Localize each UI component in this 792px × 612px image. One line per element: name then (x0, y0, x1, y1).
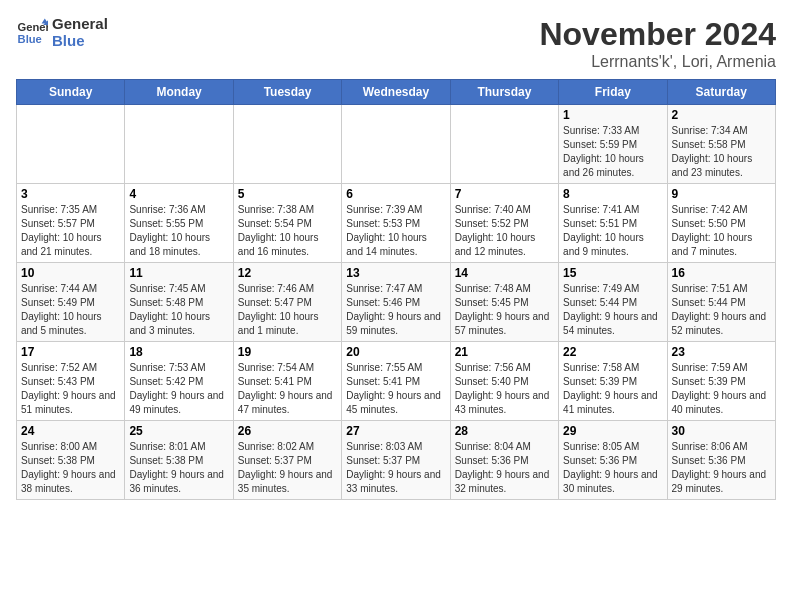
day-info: Sunrise: 7:44 AMSunset: 5:49 PMDaylight:… (21, 282, 120, 338)
day-info: Sunrise: 7:45 AMSunset: 5:48 PMDaylight:… (129, 282, 228, 338)
day-number: 19 (238, 345, 337, 359)
day-number: 12 (238, 266, 337, 280)
calendar-header: SundayMondayTuesdayWednesdayThursdayFrid… (17, 80, 776, 105)
calendar-cell (125, 105, 233, 184)
day-info: Sunrise: 7:36 AMSunset: 5:55 PMDaylight:… (129, 203, 228, 259)
day-info: Sunrise: 7:53 AMSunset: 5:42 PMDaylight:… (129, 361, 228, 417)
day-number: 13 (346, 266, 445, 280)
day-number: 4 (129, 187, 228, 201)
calendar-cell: 18Sunrise: 7:53 AMSunset: 5:42 PMDayligh… (125, 342, 233, 421)
day-number: 30 (672, 424, 771, 438)
day-number: 24 (21, 424, 120, 438)
day-number: 21 (455, 345, 554, 359)
calendar-cell: 6Sunrise: 7:39 AMSunset: 5:53 PMDaylight… (342, 184, 450, 263)
calendar-title: November 2024 (539, 16, 776, 53)
calendar-cell (233, 105, 341, 184)
day-info: Sunrise: 7:52 AMSunset: 5:43 PMDaylight:… (21, 361, 120, 417)
calendar-subtitle: Lerrnants'k', Lori, Armenia (539, 53, 776, 71)
day-info: Sunrise: 7:59 AMSunset: 5:39 PMDaylight:… (672, 361, 771, 417)
calendar-body: 1Sunrise: 7:33 AMSunset: 5:59 PMDaylight… (17, 105, 776, 500)
day-info: Sunrise: 7:46 AMSunset: 5:47 PMDaylight:… (238, 282, 337, 338)
logo: General Blue General Blue (16, 16, 108, 49)
day-number: 7 (455, 187, 554, 201)
day-number: 29 (563, 424, 662, 438)
day-info: Sunrise: 7:48 AMSunset: 5:45 PMDaylight:… (455, 282, 554, 338)
calendar-cell: 27Sunrise: 8:03 AMSunset: 5:37 PMDayligh… (342, 421, 450, 500)
header: General Blue General Blue November 2024 … (16, 16, 776, 71)
calendar-cell: 3Sunrise: 7:35 AMSunset: 5:57 PMDaylight… (17, 184, 125, 263)
calendar-cell (342, 105, 450, 184)
weekday-header-monday: Monday (125, 80, 233, 105)
weekday-header-wednesday: Wednesday (342, 80, 450, 105)
calendar-table: SundayMondayTuesdayWednesdayThursdayFrid… (16, 79, 776, 500)
calendar-cell (17, 105, 125, 184)
calendar-cell: 23Sunrise: 7:59 AMSunset: 5:39 PMDayligh… (667, 342, 775, 421)
calendar-week-1: 1Sunrise: 7:33 AMSunset: 5:59 PMDaylight… (17, 105, 776, 184)
day-number: 25 (129, 424, 228, 438)
day-info: Sunrise: 7:41 AMSunset: 5:51 PMDaylight:… (563, 203, 662, 259)
calendar-cell: 19Sunrise: 7:54 AMSunset: 5:41 PMDayligh… (233, 342, 341, 421)
calendar-cell: 20Sunrise: 7:55 AMSunset: 5:41 PMDayligh… (342, 342, 450, 421)
day-number: 11 (129, 266, 228, 280)
calendar-cell: 28Sunrise: 8:04 AMSunset: 5:36 PMDayligh… (450, 421, 558, 500)
day-info: Sunrise: 7:40 AMSunset: 5:52 PMDaylight:… (455, 203, 554, 259)
day-info: Sunrise: 7:47 AMSunset: 5:46 PMDaylight:… (346, 282, 445, 338)
day-number: 5 (238, 187, 337, 201)
weekday-header-saturday: Saturday (667, 80, 775, 105)
svg-text:Blue: Blue (18, 32, 42, 44)
calendar-cell: 11Sunrise: 7:45 AMSunset: 5:48 PMDayligh… (125, 263, 233, 342)
day-number: 18 (129, 345, 228, 359)
calendar-week-4: 17Sunrise: 7:52 AMSunset: 5:43 PMDayligh… (17, 342, 776, 421)
day-number: 2 (672, 108, 771, 122)
calendar-cell: 7Sunrise: 7:40 AMSunset: 5:52 PMDaylight… (450, 184, 558, 263)
day-info: Sunrise: 8:04 AMSunset: 5:36 PMDaylight:… (455, 440, 554, 496)
day-info: Sunrise: 8:00 AMSunset: 5:38 PMDaylight:… (21, 440, 120, 496)
calendar-cell: 1Sunrise: 7:33 AMSunset: 5:59 PMDaylight… (559, 105, 667, 184)
day-number: 16 (672, 266, 771, 280)
calendar-cell: 26Sunrise: 8:02 AMSunset: 5:37 PMDayligh… (233, 421, 341, 500)
day-info: Sunrise: 7:55 AMSunset: 5:41 PMDaylight:… (346, 361, 445, 417)
calendar-cell: 29Sunrise: 8:05 AMSunset: 5:36 PMDayligh… (559, 421, 667, 500)
calendar-cell: 16Sunrise: 7:51 AMSunset: 5:44 PMDayligh… (667, 263, 775, 342)
weekday-header-thursday: Thursday (450, 80, 558, 105)
calendar-cell (450, 105, 558, 184)
day-number: 10 (21, 266, 120, 280)
weekday-header-row: SundayMondayTuesdayWednesdayThursdayFrid… (17, 80, 776, 105)
day-number: 27 (346, 424, 445, 438)
calendar-cell: 14Sunrise: 7:48 AMSunset: 5:45 PMDayligh… (450, 263, 558, 342)
calendar-cell: 10Sunrise: 7:44 AMSunset: 5:49 PMDayligh… (17, 263, 125, 342)
calendar-cell: 30Sunrise: 8:06 AMSunset: 5:36 PMDayligh… (667, 421, 775, 500)
day-info: Sunrise: 8:06 AMSunset: 5:36 PMDaylight:… (672, 440, 771, 496)
day-info: Sunrise: 7:58 AMSunset: 5:39 PMDaylight:… (563, 361, 662, 417)
calendar-cell: 25Sunrise: 8:01 AMSunset: 5:38 PMDayligh… (125, 421, 233, 500)
day-number: 14 (455, 266, 554, 280)
calendar-cell: 15Sunrise: 7:49 AMSunset: 5:44 PMDayligh… (559, 263, 667, 342)
day-info: Sunrise: 7:34 AMSunset: 5:58 PMDaylight:… (672, 124, 771, 180)
calendar-cell: 21Sunrise: 7:56 AMSunset: 5:40 PMDayligh… (450, 342, 558, 421)
day-info: Sunrise: 7:38 AMSunset: 5:54 PMDaylight:… (238, 203, 337, 259)
day-number: 1 (563, 108, 662, 122)
calendar-week-3: 10Sunrise: 7:44 AMSunset: 5:49 PMDayligh… (17, 263, 776, 342)
calendar-cell: 24Sunrise: 8:00 AMSunset: 5:38 PMDayligh… (17, 421, 125, 500)
day-number: 26 (238, 424, 337, 438)
day-info: Sunrise: 8:01 AMSunset: 5:38 PMDaylight:… (129, 440, 228, 496)
day-info: Sunrise: 7:42 AMSunset: 5:50 PMDaylight:… (672, 203, 771, 259)
title-area: November 2024 Lerrnants'k', Lori, Armeni… (539, 16, 776, 71)
day-number: 15 (563, 266, 662, 280)
day-info: Sunrise: 7:49 AMSunset: 5:44 PMDaylight:… (563, 282, 662, 338)
calendar-cell: 5Sunrise: 7:38 AMSunset: 5:54 PMDaylight… (233, 184, 341, 263)
day-number: 23 (672, 345, 771, 359)
day-number: 9 (672, 187, 771, 201)
calendar-cell: 22Sunrise: 7:58 AMSunset: 5:39 PMDayligh… (559, 342, 667, 421)
day-number: 6 (346, 187, 445, 201)
day-info: Sunrise: 8:02 AMSunset: 5:37 PMDaylight:… (238, 440, 337, 496)
day-number: 17 (21, 345, 120, 359)
calendar-cell: 4Sunrise: 7:36 AMSunset: 5:55 PMDaylight… (125, 184, 233, 263)
calendar-cell: 9Sunrise: 7:42 AMSunset: 5:50 PMDaylight… (667, 184, 775, 263)
calendar-cell: 12Sunrise: 7:46 AMSunset: 5:47 PMDayligh… (233, 263, 341, 342)
calendar-cell: 8Sunrise: 7:41 AMSunset: 5:51 PMDaylight… (559, 184, 667, 263)
day-info: Sunrise: 8:03 AMSunset: 5:37 PMDaylight:… (346, 440, 445, 496)
calendar-week-2: 3Sunrise: 7:35 AMSunset: 5:57 PMDaylight… (17, 184, 776, 263)
day-info: Sunrise: 7:35 AMSunset: 5:57 PMDaylight:… (21, 203, 120, 259)
day-number: 22 (563, 345, 662, 359)
